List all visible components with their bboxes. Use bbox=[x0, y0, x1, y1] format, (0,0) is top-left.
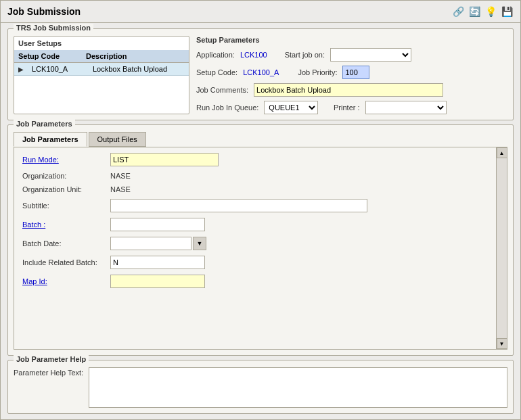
queue-select[interactable]: QUEUE1 bbox=[264, 101, 318, 114]
trs-section-title: TRS Job Submission bbox=[14, 24, 93, 32]
setup-desc-cell: Lockbox Batch Upload bbox=[93, 65, 185, 73]
trs-content: User Setups Setup Code Description ▶ LCK… bbox=[14, 36, 507, 114]
refresh-icon[interactable]: 🔄 bbox=[468, 5, 481, 18]
table-row[interactable]: ▶ LCK100_A Lockbox Batch Upload bbox=[14, 63, 189, 76]
job-comments-row: Job Comments: bbox=[196, 83, 507, 97]
subtitle-label: Subtitle: bbox=[22, 202, 110, 210]
params-scroll-area: Run Mode: Organization: NASE Organizatio… bbox=[14, 147, 496, 349]
include-related-batch-label: Include Related Batch: bbox=[22, 258, 110, 266]
job-priority-label: Job Priority: bbox=[298, 68, 337, 76]
batch-row: Batch : bbox=[22, 218, 488, 231]
run-job-label: Run Job In Queue: bbox=[196, 103, 258, 112]
content-area: TRS Job Submission User Setups Setup Cod… bbox=[1, 23, 520, 419]
subtitle-input[interactable] bbox=[110, 199, 367, 212]
setup-params-title: Setup Parameters bbox=[196, 36, 507, 44]
org-unit-row: Organization Unit: NASE bbox=[22, 185, 488, 193]
include-related-batch-row: Include Related Batch: bbox=[22, 256, 488, 269]
table-header: Setup Code Description bbox=[14, 50, 189, 63]
job-param-help-section: Job Parameter Help Parameter Help Text: bbox=[7, 360, 514, 414]
batch-date-input[interactable] bbox=[110, 237, 191, 250]
setup-code-value: LCK100_A bbox=[243, 68, 279, 76]
toolbar-icons: 🔗 🔄 💡 💾 bbox=[451, 5, 514, 18]
help-content: Parameter Help Text: bbox=[14, 367, 507, 408]
job-comments-label: Job Comments: bbox=[196, 86, 248, 94]
job-priority-input[interactable] bbox=[342, 66, 369, 79]
setup-code-row: Setup Code: LCK100_A Job Priority: bbox=[196, 66, 507, 79]
job-param-help-title: Job Parameter Help bbox=[14, 355, 89, 363]
setup-code-cell: LCK100_A bbox=[32, 65, 86, 73]
setup-code-label: Setup Code: bbox=[196, 68, 237, 76]
printer-label: Printer : bbox=[334, 103, 360, 112]
start-job-select[interactable] bbox=[330, 48, 411, 62]
row-arrow-icon: ▶ bbox=[18, 66, 24, 73]
batch-input[interactable] bbox=[110, 218, 205, 231]
run-job-row: Run Job In Queue: QUEUE1 Printer : bbox=[196, 101, 507, 114]
run-mode-input[interactable] bbox=[110, 153, 219, 166]
org-unit-label: Organization Unit: bbox=[22, 185, 110, 193]
batch-label[interactable]: Batch : bbox=[22, 220, 110, 229]
subtitle-row: Subtitle: bbox=[22, 199, 488, 212]
run-mode-row: Run Mode: bbox=[22, 153, 488, 166]
bulb-icon[interactable]: 💡 bbox=[484, 5, 497, 18]
user-setups-panel: User Setups Setup Code Description ▶ LCK… bbox=[14, 36, 189, 114]
organization-row: Organization: NASE bbox=[22, 172, 488, 180]
organization-label: Organization: bbox=[22, 172, 110, 180]
help-textarea[interactable] bbox=[89, 367, 507, 408]
tab-output-files[interactable]: Output Files bbox=[89, 132, 146, 147]
trs-section: TRS Job Submission User Setups Setup Cod… bbox=[7, 28, 514, 120]
scrollbar: ▲ ▼ bbox=[496, 147, 507, 349]
map-id-input[interactable] bbox=[110, 275, 205, 288]
start-job-label: Start job on: bbox=[285, 51, 325, 59]
save-icon[interactable]: 💾 bbox=[500, 5, 514, 18]
params-with-scroll: Run Mode: Organization: NASE Organizatio… bbox=[14, 147, 507, 349]
batch-date-dropdown[interactable]: ▼ bbox=[193, 237, 206, 250]
col-description: Description bbox=[86, 52, 185, 60]
organization-value: NASE bbox=[110, 172, 131, 180]
help-label: Parameter Help Text: bbox=[14, 369, 83, 377]
run-mode-label[interactable]: Run Mode: bbox=[22, 156, 110, 164]
user-setups-title: User Setups bbox=[14, 37, 189, 50]
scroll-down-button[interactable]: ▼ bbox=[497, 338, 507, 349]
window-title: Job Submission bbox=[7, 6, 81, 17]
job-params-content: Run Mode: Organization: NASE Organizatio… bbox=[14, 147, 507, 350]
scroll-track bbox=[497, 158, 507, 338]
org-unit-value: NASE bbox=[110, 185, 131, 193]
batch-date-label: Batch Date: bbox=[22, 239, 110, 248]
tab-job-parameters[interactable]: Job Parameters bbox=[14, 132, 87, 147]
include-related-batch-input[interactable] bbox=[110, 256, 205, 269]
link-icon[interactable]: 🔗 bbox=[451, 5, 465, 18]
application-label: Application: bbox=[196, 51, 235, 59]
map-id-row: Map Id: bbox=[22, 275, 488, 288]
col-setup-code: Setup Code bbox=[18, 52, 79, 60]
scroll-up-button[interactable]: ▲ bbox=[497, 147, 507, 158]
application-row: Application: LCK100 Start job on: bbox=[196, 48, 507, 62]
job-comments-input[interactable] bbox=[254, 83, 443, 97]
main-window: Job Submission 🔗 🔄 💡 💾 TRS Job Submissio… bbox=[0, 0, 521, 420]
params-grid: Application: LCK100 Start job on: Setup … bbox=[196, 48, 507, 114]
printer-select[interactable] bbox=[365, 101, 447, 114]
map-id-label[interactable]: Map Id: bbox=[22, 277, 110, 285]
tabs-row: Job Parameters Output Files bbox=[14, 132, 507, 147]
job-params-section: Job Parameters Job Parameters Output Fil… bbox=[7, 124, 514, 356]
setup-params-panel: Setup Parameters Application: LCK100 Sta… bbox=[196, 36, 507, 114]
batch-date-row: Batch Date: ▼ bbox=[22, 237, 488, 250]
application-value[interactable]: LCK100 bbox=[240, 51, 267, 59]
job-params-title: Job Parameters bbox=[14, 120, 75, 128]
title-bar: Job Submission 🔗 🔄 💡 💾 bbox=[1, 1, 520, 23]
